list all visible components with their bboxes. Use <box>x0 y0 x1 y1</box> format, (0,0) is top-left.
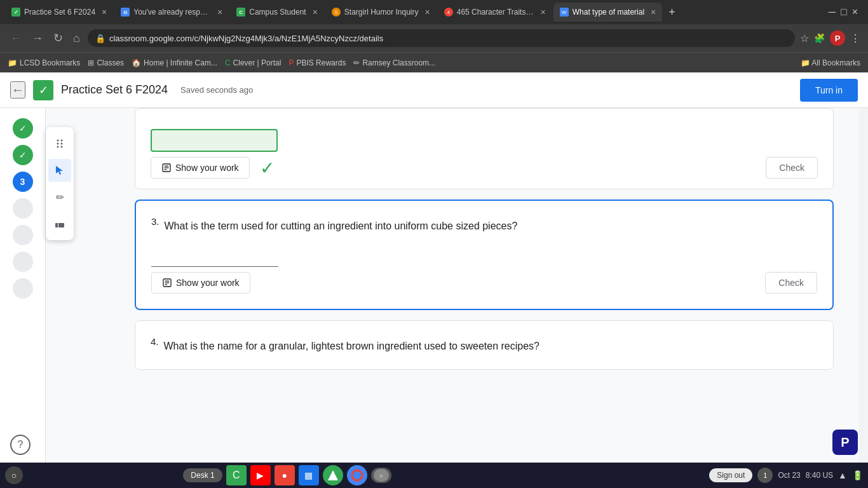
wifi-icon: ▲ <box>838 470 847 480</box>
tab-close-2[interactable]: × <box>217 7 222 17</box>
question-row-3: 3. What is the term used for cutting an … <box>151 216 817 234</box>
svg-rect-7 <box>55 223 64 227</box>
bookmarks-overflow-label: All Bookmarks <box>811 58 860 67</box>
eraser-tool-button[interactable] <box>48 212 71 235</box>
maximize-icon[interactable]: □ <box>841 6 847 18</box>
tab-title-2: You've already respon... <box>133 8 211 17</box>
taskbar-app-youtube[interactable]: ▶ <box>250 465 271 485</box>
home-button[interactable]: ⌂ <box>71 29 83 48</box>
tab-practice-set[interactable]: ✓ Practice Set 6 F2024 × <box>5 3 113 22</box>
launcher-icon: ○ <box>11 470 17 480</box>
show-work-icon-2 <box>161 163 172 173</box>
lock-icon: 🔒 <box>95 34 105 43</box>
show-work-button-2[interactable]: Show your work <box>151 157 250 179</box>
select-tool-button[interactable] <box>48 159 71 182</box>
toggle-handle: ○ <box>374 469 389 482</box>
new-tab-button[interactable]: + <box>666 3 678 22</box>
tab-close-4[interactable]: × <box>425 7 430 17</box>
answer-area-3 <box>151 244 817 267</box>
tab-what-type[interactable]: W What type of material × <box>553 3 663 22</box>
bookmark-label-classes: Classes <box>97 58 124 67</box>
svg-marker-6 <box>56 166 63 175</box>
tab-465-traits[interactable]: 4 465 Character Traits ... × <box>438 3 552 22</box>
tab-title-6: What type of material <box>573 8 644 17</box>
show-work-icon-3 <box>162 278 172 288</box>
tab-favicon-icon-2: G <box>123 10 127 15</box>
address-text: classroom.google.com/c/NjkwNjg2Nzg4Mjk3/… <box>109 34 383 43</box>
turn-in-button[interactable]: Turn in <box>800 79 858 102</box>
star-icon[interactable]: ☆ <box>800 32 809 44</box>
bookmark-pbis[interactable]: P PBIS Rewards <box>288 58 346 67</box>
bookmark-infinite[interactable]: 🏠 Home | Infinite Cam... <box>132 58 217 67</box>
tab-favicon-icon-6: W <box>562 10 567 15</box>
help-button[interactable]: ? <box>10 435 31 455</box>
drag-tool-button[interactable] <box>48 132 71 155</box>
bookmark-ramsey[interactable]: ✏ Ramsey Classroom... <box>353 58 435 67</box>
bookmark-lcsd[interactable]: 📁 LCSD Bookmarks <box>8 58 80 67</box>
svg-rect-8 <box>58 223 58 227</box>
question-indicator-3[interactable]: 3 <box>13 172 33 192</box>
tab-stargirl[interactable]: S Stargirl Humor Inquiry × <box>325 3 437 22</box>
pen-tool-button[interactable]: ✏ <box>48 186 71 208</box>
answer-area-2 <box>151 129 818 152</box>
tab-already-respond[interactable]: G You've already respon... × <box>114 3 229 22</box>
check-button-3[interactable]: Check <box>765 272 817 294</box>
question-number-label-3: 3. <box>151 216 159 234</box>
bookmark-classes[interactable]: ⊞ Classes <box>88 58 124 67</box>
sign-out-button[interactable]: Sign out <box>709 468 752 482</box>
bookmarks-overflow[interactable]: 📁 All Bookmarks <box>801 58 860 67</box>
minimize-icon[interactable]: ─ <box>829 6 836 18</box>
main-content: ✓ ✓ 3 <box>0 108 868 463</box>
svg-point-0 <box>57 140 59 142</box>
toolbar-panel: ✏ <box>46 127 74 240</box>
battery-icon: 🔋 <box>852 470 863 480</box>
profile-avatar[interactable]: P <box>830 30 845 46</box>
app-logo: ✓ <box>33 80 53 100</box>
tab-favicon-icon: ✓ <box>14 10 18 15</box>
taskbar-app-chrome[interactable] <box>347 465 367 485</box>
notification-badge[interactable]: 1 <box>757 468 773 483</box>
taskbar-app-meet[interactable]: ▦ <box>299 465 319 485</box>
tab-close-1[interactable]: × <box>102 7 107 17</box>
address-input-field[interactable]: 🔒 classroom.google.com/c/NjkwNjg2Nzg4Mjk… <box>88 29 795 47</box>
tab-campus-student[interactable]: C Campus Student × <box>230 3 324 22</box>
check-button-2[interactable]: Check <box>766 157 818 179</box>
svg-point-3 <box>61 143 63 145</box>
back-button[interactable]: ← <box>8 29 24 48</box>
question-row-4: 4. What is the name for a granular, ligh… <box>151 336 818 354</box>
tab-close-3[interactable]: × <box>313 7 318 17</box>
tab-close-6[interactable]: × <box>651 7 656 17</box>
bookmark-icon-ramsey: ✏ <box>353 58 360 67</box>
tab-favicon-icon-4: S <box>334 10 337 15</box>
question-indicator-2[interactable]: ✓ <box>13 145 33 165</box>
toggle-switch[interactable]: ○ <box>371 468 391 483</box>
show-work-button-3[interactable]: Show your work <box>151 272 250 294</box>
taskbar-app-campus[interactable]: C <box>226 465 247 485</box>
question-indicator-6[interactable] <box>13 252 33 272</box>
show-work-label-2: Show your work <box>175 163 239 173</box>
close-window-icon[interactable]: × <box>852 6 858 18</box>
question-indicator-4[interactable] <box>13 198 33 219</box>
taskbar-app-red[interactable]: ● <box>275 465 295 485</box>
scrollbar-area[interactable] <box>859 108 868 463</box>
question-indicator-1[interactable]: ✓ <box>13 118 33 139</box>
question-indicator-7[interactable] <box>13 278 33 299</box>
desk-label[interactable]: Desk 1 <box>183 468 222 482</box>
back-to-classroom-button[interactable]: ← <box>10 81 25 98</box>
reload-button[interactable]: ↻ <box>51 29 65 48</box>
taskbar-app-games[interactable] <box>323 465 343 485</box>
taskbar: ○ Desk 1 C ▶ ● ▦ <box>0 463 868 488</box>
question-indicator-5[interactable] <box>13 225 33 245</box>
extension-icon[interactable]: 🧩 <box>814 33 825 43</box>
pen-icon: ✏ <box>56 191 64 203</box>
app-header: ← ✓ Practice Set 6 F2024 Saved seconds a… <box>0 72 868 108</box>
bookmark-clever[interactable]: C Clever | Portal <box>225 58 281 67</box>
launcher-button[interactable]: ○ <box>5 466 23 484</box>
more-options-icon[interactable]: ⋮ <box>850 32 860 44</box>
tab-close-5[interactable]: × <box>541 7 546 17</box>
answer-input-3[interactable] <box>151 244 278 267</box>
p-badge[interactable]: P <box>832 430 858 455</box>
forward-button[interactable]: → <box>29 29 46 48</box>
bookmarks-bar: 📁 LCSD Bookmarks ⊞ Classes 🏠 Home | Infi… <box>0 52 868 72</box>
taskbar-center: Desk 1 C ▶ ● ▦ ○ <box>183 465 391 485</box>
